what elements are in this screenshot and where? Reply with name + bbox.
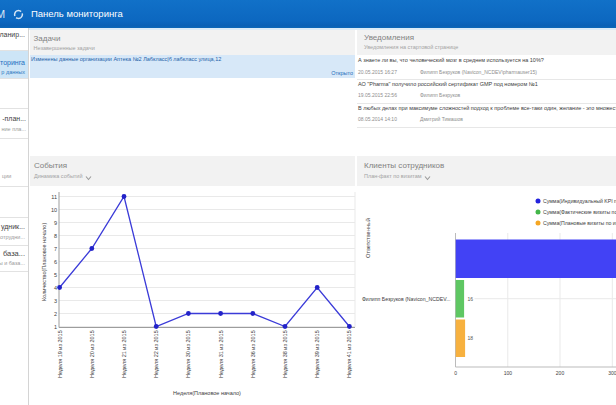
svg-text:Сумма(Индивидуальный KPI пос: Сумма(Индивидуальный KPI пос [543,198,616,204]
svg-text:Неделя 19 из 2015: Неделя 19 из 2015 [57,330,63,378]
svg-text:Неделя 21 из 2015: Неделя 21 из 2015 [121,330,127,378]
svg-text:200: 200 [555,370,564,376]
svg-text:Неделя 20 из 2015: Неделя 20 из 2015 [89,330,95,378]
svg-text:7: 7 [54,246,57,252]
svg-text:Неделя 39 из 2015: Неделя 39 из 2015 [314,330,320,378]
svg-text:Ответственный: Ответственный [365,218,371,258]
svg-text:Количество(Плановое начало): Количество(Плановое начало) [41,223,47,301]
svg-text:Неделя(Плановое начало): Неделя(Плановое начало) [173,390,241,396]
svg-text:4: 4 [54,285,57,291]
svg-text:3: 3 [54,298,57,304]
svg-text:0: 0 [454,370,457,376]
svg-text:1: 1 [54,324,57,330]
svg-text:Неделя 22 из 2015: Неделя 22 из 2015 [153,330,159,378]
svg-text:10: 10 [51,207,57,213]
svg-text:2: 2 [54,311,57,317]
svg-text:Сумма(Плановые визиты по инд: Сумма(Плановые визиты по инд [543,220,616,226]
svg-text:Сумма(Фактические визиты по и: Сумма(Фактические визиты по и [543,209,616,215]
svg-text:18: 18 [467,335,473,341]
svg-text:Неделя 31 из 2015: Неделя 31 из 2015 [218,330,224,378]
svg-text:6: 6 [54,259,57,265]
svg-text:5: 5 [54,272,57,278]
svg-text:8: 8 [54,233,57,239]
svg-text:Неделя 30 из 2015: Неделя 30 из 2015 [185,330,191,378]
svg-text:16: 16 [467,296,473,302]
svg-text:100: 100 [503,370,512,376]
svg-text:9: 9 [54,220,57,226]
svg-text:Филипп Безруков (Navicon_NCDEV: Филипп Безруков (Navicon_NCDEV... [361,296,450,302]
svg-text:Неделя 41 из 2015: Неделя 41 из 2015 [346,330,352,378]
svg-text:Неделя 36 из 2015: Неделя 36 из 2015 [250,330,256,378]
svg-text:Неделя 38 из 2015: Неделя 38 из 2015 [282,330,288,378]
svg-text:300: 300 [608,370,616,376]
svg-text:11: 11 [51,194,57,200]
